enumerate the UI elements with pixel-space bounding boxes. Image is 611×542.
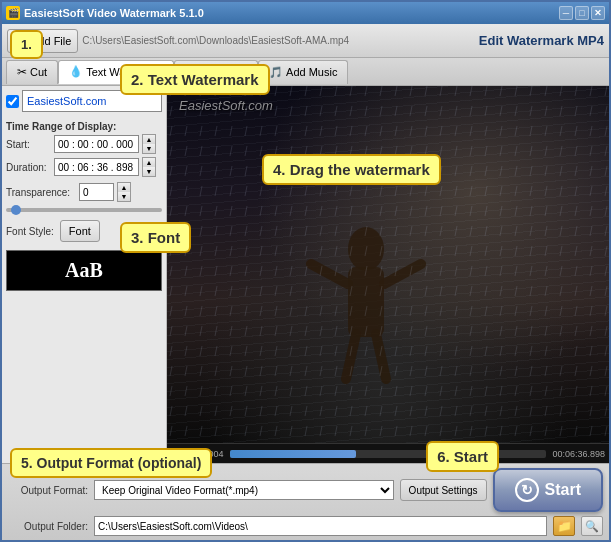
callout-2: 2. Text Watermark: [120, 64, 270, 95]
output-format-label: Output Format:: [8, 485, 88, 496]
video-preview[interactable]: EasiestSoft.com: [167, 86, 609, 443]
start-time-label: Start:: [6, 139, 51, 150]
watermark-checkbox[interactable]: [6, 95, 19, 108]
maximize-button[interactable]: □: [575, 6, 589, 20]
transparency-down[interactable]: ▼: [118, 192, 130, 201]
duration-label: Duration:: [6, 162, 51, 173]
watermark-overlay: EasiestSoft.com: [179, 98, 273, 113]
start-button[interactable]: ↻ Start: [493, 468, 603, 512]
callout-1: 1.: [10, 30, 43, 59]
video-timeline: 00:00:29.004 00:06:36.898: [167, 443, 609, 463]
transparency-slider[interactable]: [6, 208, 162, 212]
start-time-input[interactable]: [54, 135, 139, 153]
callout-6: 6. Start: [426, 441, 499, 472]
main-content: Time Range of Display: Start: ▲ ▼ Durati…: [2, 86, 609, 463]
callout-5: 5. Output Format (optional): [10, 448, 212, 478]
transparency-up[interactable]: ▲: [118, 183, 130, 192]
output-format-select[interactable]: Keep Original Video Format(*.mp4): [94, 480, 394, 500]
duration-input[interactable]: [54, 158, 139, 176]
toolbar: 📁 Add File C:\Users\EasiestSoft.com\Down…: [2, 24, 609, 58]
duration-down[interactable]: ▼: [143, 167, 155, 176]
start-time-down[interactable]: ▼: [143, 144, 155, 153]
tab-cut[interactable]: ✂ Cut: [6, 60, 58, 84]
svg-line-5: [376, 334, 386, 379]
window-title: EasiestSoft Video Watermark 5.1.0: [24, 7, 204, 19]
output-folder-input[interactable]: [94, 516, 547, 536]
watermark-tab-icon: 💧: [69, 65, 83, 78]
filepath-display: C:\Users\EasiestSoft.com\Downloads\Easie…: [82, 35, 349, 46]
svg-rect-1: [348, 267, 384, 337]
output-settings-button[interactable]: Output Settings: [400, 479, 487, 501]
svg-point-0: [348, 227, 384, 271]
svg-line-2: [311, 264, 348, 284]
callout-4: 4. Drag the watermark: [262, 154, 441, 185]
font-button[interactable]: Font: [60, 220, 100, 242]
title-bar: 🎬 EasiestSoft Video Watermark 5.1.0 ─ □ …: [2, 2, 609, 24]
left-panel: Time Range of Display: Start: ▲ ▼ Durati…: [2, 86, 167, 463]
edit-title: Edit Watermark MP4: [479, 33, 604, 48]
time-range-label: Time Range of Display:: [6, 121, 162, 132]
search-folder-button[interactable]: 🔍: [581, 516, 603, 536]
app-icon: 🎬: [6, 6, 20, 20]
main-window: 🎬 EasiestSoft Video Watermark 5.1.0 ─ □ …: [0, 0, 611, 542]
swimmer-figure: [296, 189, 436, 389]
font-preview: AaB: [6, 250, 162, 291]
transparency-input[interactable]: [79, 183, 114, 201]
font-style-label: Font Style:: [6, 226, 54, 237]
svg-line-3: [384, 264, 421, 284]
duration-up[interactable]: ▲: [143, 158, 155, 167]
output-folder-label: Output Folder:: [8, 521, 88, 532]
browse-folder-button[interactable]: 📁: [553, 516, 575, 536]
minimize-button[interactable]: ─: [559, 6, 573, 20]
transparency-label: Transparence:: [6, 187, 76, 198]
right-panel: EasiestSoft.com 00:00:29.004 00:06:36.89…: [167, 86, 609, 463]
tab-bar: ✂ Cut 💧 Text Watermark SUP Subtitle 🎵 Ad…: [2, 58, 609, 86]
close-button[interactable]: ✕: [591, 6, 605, 20]
cut-icon: ✂: [17, 65, 27, 79]
svg-line-4: [346, 334, 356, 379]
start-icon: ↻: [515, 478, 539, 502]
start-time-up[interactable]: ▲: [143, 135, 155, 144]
timeline-time-right: 00:06:36.898: [552, 449, 605, 459]
callout-3: 3. Font: [120, 222, 191, 253]
